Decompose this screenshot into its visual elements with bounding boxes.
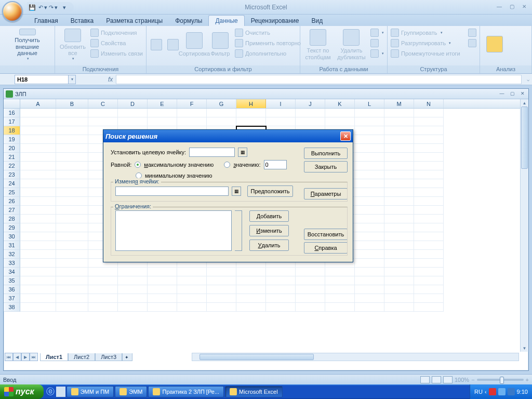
antivirus-icon[interactable] (489, 388, 496, 395)
cell[interactable] (355, 162, 384, 170)
cell[interactable] (20, 170, 56, 179)
cell[interactable] (355, 117, 384, 126)
cell[interactable] (384, 232, 414, 241)
cell[interactable] (56, 170, 88, 179)
column-header[interactable]: D (118, 99, 148, 108)
cell[interactable] (177, 276, 207, 285)
column-header[interactable]: B (56, 99, 88, 108)
cell[interactable] (88, 109, 118, 117)
cell[interactable] (296, 117, 325, 126)
cell[interactable] (355, 232, 384, 241)
cell[interactable] (20, 126, 56, 135)
tab-Разметка страницы[interactable]: Разметка страницы (100, 16, 169, 26)
prev-sheet-icon[interactable]: ◀ (13, 353, 21, 361)
cell[interactable] (414, 109, 444, 117)
changing-cells-input[interactable] (115, 187, 229, 196)
name-box[interactable]: H18 (15, 75, 69, 84)
cell[interactable] (414, 268, 444, 276)
reapply-button[interactable]: Применить повторно (234, 38, 302, 48)
column-header[interactable]: H (236, 99, 266, 108)
cell[interactable] (384, 197, 414, 206)
cell[interactable] (414, 276, 444, 285)
cell[interactable] (177, 303, 207, 312)
cell[interactable] (56, 303, 88, 312)
cell[interactable] (296, 303, 325, 312)
cell[interactable] (20, 276, 56, 285)
cell[interactable] (384, 117, 414, 126)
cell[interactable] (56, 285, 88, 294)
cell[interactable] (148, 294, 177, 303)
cell[interactable] (56, 276, 88, 285)
row-header[interactable]: 28 (4, 215, 20, 223)
zoom-slider[interactable] (477, 379, 524, 381)
cell[interactable] (177, 117, 207, 126)
cell[interactable] (266, 268, 296, 276)
cell[interactable] (414, 206, 444, 215)
list-scrollbar[interactable] (235, 210, 242, 251)
wb-restore-icon[interactable]: ▢ (508, 90, 517, 97)
cell[interactable] (384, 144, 414, 153)
cell[interactable] (118, 268, 148, 276)
cell[interactable] (414, 223, 444, 232)
cell[interactable] (236, 303, 266, 312)
show-desktop-icon[interactable] (56, 387, 65, 397)
cell[interactable] (20, 268, 56, 276)
cell[interactable] (384, 126, 414, 135)
sheet-tab[interactable]: Лист1 (40, 353, 68, 361)
sheet-tab[interactable]: Лист3 (95, 353, 122, 361)
cell[interactable] (20, 241, 56, 250)
cell[interactable] (88, 285, 118, 294)
taskbar-item[interactable]: Microsoft Excel (225, 386, 283, 397)
cell[interactable] (414, 179, 444, 188)
cell[interactable] (414, 250, 444, 259)
cell[interactable] (384, 285, 414, 294)
row-header[interactable]: 29 (4, 223, 20, 232)
cell[interactable] (56, 144, 88, 153)
cell[interactable] (414, 126, 444, 135)
wb-minimize-icon[interactable]: — (497, 90, 507, 97)
row-header[interactable]: 26 (4, 197, 20, 206)
row-header[interactable]: 22 (4, 162, 20, 170)
text-to-columns-button[interactable]: Текст по столбцам (302, 28, 334, 62)
cell[interactable] (355, 153, 384, 162)
cell[interactable] (56, 268, 88, 276)
cell[interactable] (177, 109, 207, 117)
cell[interactable] (414, 197, 444, 206)
undo-icon[interactable]: ↶▾ (38, 3, 47, 11)
cell[interactable] (56, 232, 88, 241)
row-header[interactable]: 36 (4, 285, 20, 294)
cell[interactable] (148, 109, 177, 117)
dialog-close-button[interactable]: ✕ (340, 131, 351, 141)
cell[interactable] (384, 162, 414, 170)
connections-button[interactable]: Подключения (89, 28, 144, 38)
minimize-icon[interactable]: — (494, 2, 505, 10)
zoom-in-icon[interactable]: + (526, 377, 529, 383)
cell[interactable] (56, 259, 88, 268)
sort-asc-button[interactable] (149, 28, 164, 62)
filter-button[interactable]: Фильтр (208, 28, 233, 62)
cell[interactable] (56, 250, 88, 259)
first-sheet-icon[interactable]: ⏮ (5, 353, 13, 361)
column-header[interactable]: M (384, 99, 414, 108)
cell[interactable] (236, 109, 266, 117)
cell[interactable] (355, 144, 384, 153)
cell[interactable] (296, 268, 325, 276)
row-header[interactable]: 20 (4, 144, 20, 153)
ungroup-button[interactable]: Разгруппировать▾ (390, 38, 466, 48)
cell[interactable] (355, 294, 384, 303)
cell[interactable] (118, 117, 148, 126)
cell[interactable] (355, 241, 384, 250)
cell[interactable] (207, 276, 236, 285)
row-header[interactable]: 30 (4, 232, 20, 241)
redo-icon[interactable]: ↷▾ (49, 3, 57, 11)
close-icon[interactable]: ✕ (518, 2, 530, 10)
dialog-titlebar[interactable]: Поиск решения ✕ (103, 130, 353, 142)
column-header[interactable]: I (266, 99, 296, 108)
cell[interactable] (355, 179, 384, 188)
cell[interactable] (355, 206, 384, 215)
cell[interactable] (384, 206, 414, 215)
edit-links-button[interactable]: Изменить связи (89, 48, 144, 59)
cell[interactable] (20, 215, 56, 223)
cell[interactable] (207, 117, 236, 126)
cell[interactable] (207, 294, 236, 303)
